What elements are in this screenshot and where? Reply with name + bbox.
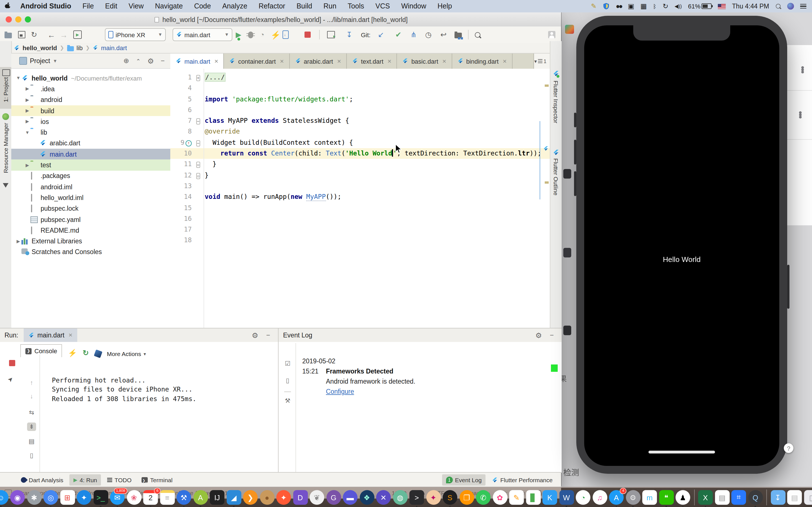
tree-arrow-icon[interactable]: ▶ <box>16 238 21 244</box>
code-line[interactable]: import 'package:flutter/widgets.dart'; <box>205 94 541 105</box>
scroll-up-icon[interactable]: ↑ <box>27 379 36 386</box>
dock-icon-chrome[interactable]: ◎ <box>43 490 58 505</box>
menu-item-code[interactable]: Code <box>188 2 216 10</box>
sync-project-icon[interactable]: ↻ <box>31 26 37 43</box>
volume-icon[interactable]: ◀)) <box>674 3 682 9</box>
console-tab[interactable]: ❯ Console <box>20 344 62 357</box>
dock-icon-app-grid[interactable]: ⊞ <box>60 490 75 505</box>
dock-icon-trash[interactable]: ▯ <box>804 490 812 505</box>
us-flag-icon[interactable] <box>718 4 726 9</box>
tool-strip-project[interactable]: 1: Project <box>2 77 9 102</box>
hot-reload-icon[interactable]: ⚡ <box>271 26 281 43</box>
close-icon[interactable]: ✕ <box>388 58 392 64</box>
git-commit-icon[interactable]: ✔ <box>395 26 402 43</box>
hot-reload-icon[interactable]: ⚡ <box>68 349 77 357</box>
menu-item-window[interactable]: Window <box>396 2 432 10</box>
settings-wrench-icon[interactable]: ⚒ <box>283 397 292 404</box>
bluetooth-icon[interactable]: ᛒ <box>653 3 656 9</box>
locate-icon[interactable]: ⊕ <box>123 57 129 65</box>
git-branch-icon[interactable]: ⋔ <box>410 26 417 43</box>
debug-icon[interactable] <box>248 26 253 43</box>
editor-tab-arabic.dart[interactable]: arabic.dart✕ <box>290 54 347 69</box>
gear-icon[interactable]: ⚙ <box>147 57 154 65</box>
print-icon[interactable]: ▤ <box>27 438 36 445</box>
breadcrumb-project[interactable]: hello_world <box>22 45 57 51</box>
tool-strip-flutter-outline[interactable]: Flutter Outline <box>553 158 559 195</box>
code-line[interactable]: } <box>205 159 541 170</box>
stop-button[interactable] <box>9 360 15 366</box>
dock-icon-terminal[interactable]: >_ <box>93 490 108 505</box>
photos-menu-icon[interactable]: ▣ <box>628 2 635 10</box>
diff-folders-icon[interactable] <box>455 26 462 43</box>
fold-marker[interactable]: − <box>196 137 204 149</box>
filter-checkbox-icon[interactable]: ☑ <box>283 360 292 367</box>
search-everywhere-icon[interactable] <box>475 26 480 43</box>
dock-icon-calendar[interactable]: 26 <box>143 490 158 505</box>
menu-item-run[interactable]: Run <box>318 2 342 10</box>
dock-icon-terminal-2[interactable]: > <box>409 490 424 505</box>
collapse-all-icon[interactable]: ⌃ <box>136 58 141 64</box>
code-line[interactable] <box>205 214 541 224</box>
tree-arrow-icon[interactable]: ▶ <box>25 97 30 102</box>
code-line[interactable]: return const Center(child: Text('Hello W… <box>205 148 541 159</box>
editor-tab-container.dart[interactable]: container.dart✕ <box>224 54 290 69</box>
forward-icon[interactable]: → <box>60 26 68 43</box>
dock-icon-sublime[interactable]: S <box>443 490 457 505</box>
dock-icon-charts[interactable]: ▊ <box>526 490 541 505</box>
battery-indicator[interactable]: 61% <box>688 3 712 10</box>
override-marker-icon[interactable]: ↑ <box>186 140 192 147</box>
apple-menu[interactable] <box>0 1 15 11</box>
terminal-button[interactable]: ❯_ Terminal <box>138 474 176 486</box>
run-button[interactable]: ▶ <box>236 26 241 43</box>
close-icon[interactable]: ✕ <box>214 58 218 64</box>
tree-row[interactable]: android.iml <box>11 181 170 192</box>
tree-row[interactable]: pubspec.yaml <box>11 214 170 225</box>
gear-icon[interactable]: ⚙ <box>536 331 542 339</box>
fold-marker[interactable]: ▫ <box>196 170 204 181</box>
hide-panel-icon[interactable]: − <box>550 331 554 339</box>
fold-marker[interactable]: − <box>196 115 204 126</box>
dock-icon-color-wheel[interactable]: ✿ <box>493 490 507 505</box>
tree-row[interactable]: README.md <box>11 225 170 236</box>
editor-tab-binding.dart[interactable]: binding.dart✕ <box>452 54 512 69</box>
history-icon[interactable]: ◷ <box>425 26 432 43</box>
dock-icon-tree-app[interactable]: ❖ <box>359 490 374 505</box>
keyboard-icon[interactable]: ▦ <box>641 2 647 10</box>
code-line[interactable] <box>205 181 541 192</box>
dart-analysis-button[interactable]: Dart Analysis <box>17 474 67 486</box>
dock-icon-moom[interactable]: m <box>642 490 657 505</box>
hot-restart-icon[interactable]: ↻ <box>83 349 89 357</box>
sync-icon[interactable]: ↻ <box>663 2 668 10</box>
dock-icon-qq[interactable]: ♟ <box>675 490 690 505</box>
soft-wrap-icon[interactable]: ⇆ <box>27 409 36 416</box>
scroll-down-icon[interactable]: ↓ <box>27 393 36 399</box>
tree-arrow-icon[interactable]: ▶ <box>25 163 30 168</box>
code-line[interactable]: Widget build(BuildContext context) { <box>205 137 541 149</box>
home-indicator[interactable] <box>649 451 715 453</box>
pencil-icon[interactable]: ✎ <box>591 2 597 10</box>
console-output[interactable]: Performing hot reload...Syncing files to… <box>52 376 196 403</box>
tree-arrow-icon[interactable]: ▶ <box>25 108 30 113</box>
dock-icon-blueprint[interactable]: ⌗ <box>731 490 746 505</box>
run-tab[interactable]: main.dart ✕ <box>24 328 77 342</box>
minimize-window-button[interactable] <box>15 16 21 22</box>
dock-icon-vscode[interactable]: ◢ <box>226 490 241 505</box>
code-line[interactable] <box>205 235 541 246</box>
screenshot-device-icon[interactable]: ↓ <box>283 26 289 43</box>
breadcrumb-folder[interactable]: lib <box>77 45 83 51</box>
tree-row[interactable]: ▶External Libraries <box>11 236 170 247</box>
back-icon[interactable]: ← <box>47 26 55 43</box>
shield-icon[interactable] <box>603 3 610 10</box>
dock-icon-keynote[interactable]: K <box>543 490 557 505</box>
dock-icon-photos[interactable]: ❀ <box>126 490 141 505</box>
configure-link[interactable]: Configure <box>326 388 354 395</box>
tree-arrow-icon[interactable]: ▶ <box>25 119 30 124</box>
dock-icon-pen-doc[interactable]: ✎ <box>509 490 524 505</box>
wechat-menu-icon[interactable]: ●● <box>616 2 622 10</box>
menu-app-name[interactable]: Android Studio <box>15 2 77 10</box>
gear-icon[interactable]: ⚙ <box>252 331 258 339</box>
dock-icon-documents-stack[interactable]: ▤ <box>787 490 802 505</box>
dock-icon-xcode[interactable]: ⚒ <box>176 490 191 505</box>
editor-tab-text.dart[interactable]: text.dart✕ <box>347 54 397 69</box>
zoom-window-button[interactable] <box>25 16 31 22</box>
